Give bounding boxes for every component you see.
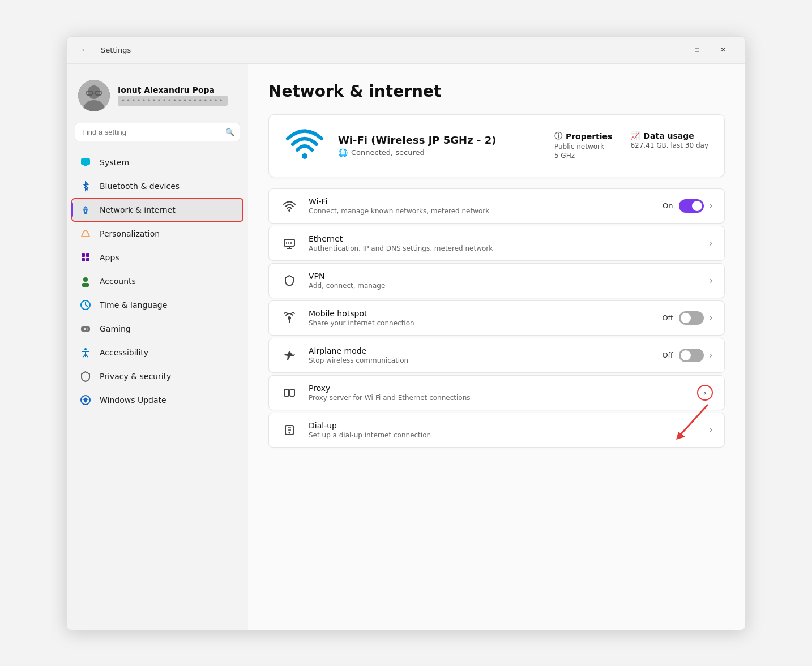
- airplane-row-text: Airplane mode Stop wireless communicatio…: [309, 346, 652, 364]
- hotspot-row-text: Mobile hotspot Share your internet conne…: [309, 309, 652, 327]
- vpn-row-icon: [280, 272, 298, 290]
- wifi-main-info: Wi-Fi (Wireless JP 5GHz - 2) 🌐 Connected…: [338, 134, 541, 157]
- proxy-row-wrapper: Proxy Proxy server for Wi-Fi and Etherne…: [268, 375, 725, 410]
- airplane-toggle[interactable]: [679, 349, 704, 362]
- user-info: Ionuț Alexandru Popa •••••••••••••••••••…: [118, 85, 228, 106]
- svg-point-15: [82, 283, 89, 287]
- sidebar-item-personalization[interactable]: Personalization: [71, 222, 243, 246]
- airplane-row-subtitle: Stop wireless communication: [309, 356, 652, 364]
- content-area: Network & internet Wi-Fi (Wireless JP 5G…: [248, 64, 745, 630]
- settings-row-hotspot[interactable]: Mobile hotspot Share your internet conne…: [268, 300, 725, 336]
- settings-row-vpn[interactable]: VPN Add, connect, manage ›: [268, 263, 725, 298]
- hotspot-toggle[interactable]: [679, 311, 704, 325]
- wifi-data-usage: 📈 Data usage 627.41 GB, last 30 day: [630, 131, 708, 160]
- globe-icon: 🌐: [338, 148, 348, 157]
- gaming-icon: [79, 323, 92, 335]
- sidebar-item-apps[interactable]: Apps: [71, 246, 243, 269]
- svg-point-23: [84, 348, 87, 350]
- svg-point-29: [302, 153, 307, 159]
- proxy-row-title: Proxy: [309, 384, 687, 393]
- vpn-row-right: ›: [710, 275, 713, 286]
- svg-point-30: [288, 209, 290, 212]
- wifi-connected: 🌐 Connected, secured: [338, 148, 541, 157]
- sidebar-item-network-label: Network & internet: [100, 205, 176, 214]
- wifi-name: Wi-Fi (Wireless JP 5GHz - 2): [338, 134, 541, 146]
- privacy-icon: [79, 370, 92, 383]
- settings-list: Wi-Fi Connect, manage known networks, me…: [268, 188, 725, 448]
- settings-row-dialup[interactable]: Dial-up Set up a dial-up internet connec…: [268, 413, 725, 448]
- search-input[interactable]: [75, 123, 240, 141]
- dialup-row-right: ›: [710, 424, 713, 435]
- dialup-row-text: Dial-up Set up a dial-up internet connec…: [309, 421, 699, 439]
- sidebar-item-update[interactable]: Windows Update: [71, 388, 243, 412]
- svg-rect-11: [86, 253, 89, 257]
- svg-rect-13: [86, 258, 89, 261]
- wifi-toggle[interactable]: [679, 199, 704, 213]
- svg-line-18: [86, 305, 88, 307]
- hotspot-row-title: Mobile hotspot: [309, 309, 652, 318]
- data-usage-label: 📈 Data usage: [630, 131, 708, 140]
- wifi-row-text: Wi-Fi Connect, manage known networks, me…: [309, 197, 652, 215]
- properties-sub2: 5 GHz: [554, 152, 613, 160]
- proxy-row-text: Proxy Proxy server for Wi-Fi and Etherne…: [309, 384, 687, 402]
- dialup-row-title: Dial-up: [309, 421, 699, 430]
- properties-sub1: Public network: [554, 143, 613, 151]
- minimize-button[interactable]: —: [658, 41, 684, 59]
- svg-rect-31: [284, 239, 294, 246]
- system-icon: [79, 156, 92, 169]
- wifi-chevron: ›: [710, 200, 713, 211]
- sidebar-item-accounts[interactable]: Accounts: [71, 269, 243, 293]
- settings-row-airplane[interactable]: Airplane mode Stop wireless communicatio…: [268, 338, 725, 373]
- settings-window: ← Settings — □ ✕: [66, 36, 746, 630]
- settings-row-proxy[interactable]: Proxy Proxy server for Wi-Fi and Etherne…: [268, 375, 725, 410]
- ethernet-row-subtitle: Authentication, IP and DNS settings, met…: [309, 244, 699, 252]
- sidebar-item-time[interactable]: Time & language: [71, 293, 243, 317]
- vpn-row-text: VPN Add, connect, manage: [309, 272, 699, 290]
- avatar: [78, 80, 110, 111]
- time-icon: [79, 299, 92, 311]
- airplane-status: Off: [662, 351, 673, 359]
- wifi-row-title: Wi-Fi: [309, 197, 652, 206]
- sidebar-item-gaming[interactable]: Gaming: [71, 317, 243, 341]
- sidebar-item-system[interactable]: System: [71, 151, 243, 174]
- maximize-button[interactable]: □: [684, 41, 710, 59]
- back-button[interactable]: ←: [76, 42, 94, 57]
- svg-point-1: [88, 85, 100, 99]
- hotspot-status: Off: [662, 313, 673, 322]
- vpn-row-title: VPN: [309, 272, 699, 281]
- svg-point-14: [83, 277, 88, 282]
- update-icon: [79, 394, 92, 406]
- airplane-row-title: Airplane mode: [309, 346, 652, 355]
- svg-rect-12: [82, 258, 85, 261]
- wifi-status: On: [663, 201, 673, 210]
- proxy-row-right: ›: [697, 385, 713, 401]
- hotspot-row-right: Off ›: [662, 311, 713, 325]
- sidebar-item-network[interactable]: Network & internet: [71, 198, 243, 222]
- svg-rect-10: [82, 253, 85, 257]
- dialup-chevron: ›: [710, 424, 713, 435]
- properties-label: ⓘ Properties: [554, 131, 613, 141]
- sidebar-item-time-label: Time & language: [100, 300, 167, 310]
- wifi-meta: ⓘ Properties Public network 5 GHz 📈 Data…: [554, 131, 708, 160]
- sidebar-item-privacy[interactable]: Privacy & security: [71, 364, 243, 388]
- close-button[interactable]: ✕: [710, 41, 736, 59]
- settings-row-ethernet[interactable]: Ethernet Authentication, IP and DNS sett…: [268, 226, 725, 261]
- settings-row-wifi[interactable]: Wi-Fi Connect, manage known networks, me…: [268, 188, 725, 224]
- sidebar-item-accessibility[interactable]: Accessibility: [71, 341, 243, 364]
- sidebar-item-accessibility-label: Accessibility: [100, 348, 148, 357]
- user-profile[interactable]: Ionuț Alexandru Popa •••••••••••••••••••…: [67, 73, 248, 123]
- user-email: ••••••••••••••••••••: [118, 96, 228, 106]
- search-box[interactable]: 🔍: [75, 123, 240, 141]
- svg-point-9: [84, 212, 87, 214]
- proxy-row-icon: [280, 384, 298, 402]
- sidebar-item-bluetooth-label: Bluetooth & devices: [100, 182, 180, 191]
- svg-rect-6: [81, 158, 90, 165]
- airplane-row-right: Off ›: [662, 349, 713, 362]
- sidebar-item-bluetooth[interactable]: Bluetooth & devices: [71, 174, 243, 198]
- svg-point-47: [289, 432, 290, 433]
- search-icon: 🔍: [225, 128, 234, 136]
- ethernet-row-text: Ethernet Authentication, IP and DNS sett…: [309, 234, 699, 252]
- wifi-properties: ⓘ Properties Public network 5 GHz: [554, 131, 613, 160]
- sidebar-item-personalization-label: Personalization: [100, 229, 160, 238]
- data-usage-amount: 627.41 GB, last 30 day: [630, 141, 708, 149]
